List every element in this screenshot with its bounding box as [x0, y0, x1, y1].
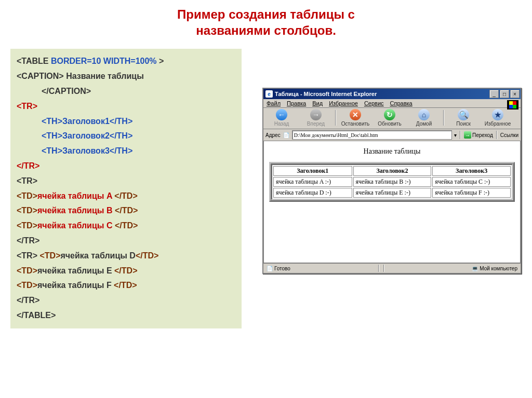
code-line: <TR>: [17, 99, 235, 114]
table-cell: ячейка таблицы A :-): [273, 177, 352, 187]
code-line: <TH>Заголовок2</TH>: [42, 129, 235, 144]
code-line: <TR>: [17, 174, 235, 189]
address-bar: Адрес 📄 ▾ → Переход Ссылки: [263, 129, 521, 141]
code-line: <TD>ячейка таблицы A </TD>: [17, 189, 235, 204]
close-button[interactable]: ×: [510, 90, 520, 98]
code-line: <TD>ячейка таблицы F </TD>: [17, 278, 235, 293]
code-line: <TH>Заголовок1</TH>: [42, 114, 235, 129]
search-icon: 🔍: [458, 109, 469, 120]
code-line: </CAPTION>: [42, 84, 235, 99]
table-row: ячейка таблицы D :-) ячейка таблицы E :-…: [273, 188, 511, 198]
arrow-left-icon: ←: [276, 109, 287, 120]
code-line: </TR>: [17, 234, 235, 249]
menu-help[interactable]: Справка: [390, 100, 413, 106]
slide-title: Пример создания таблицы с названиями сто…: [0, 0, 532, 49]
dropdown-icon[interactable]: ▾: [454, 132, 457, 138]
table-row: Заголовок1 Заголовок2 Заголовок3: [273, 166, 511, 176]
address-input[interactable]: [292, 130, 452, 140]
code-line: <TD>ячейка таблицы B </TD>: [17, 203, 235, 218]
window-title: Таблица - Microsoft Internet Explorer: [275, 91, 489, 97]
code-line: <TR> <TD>ячейка таблицы D</TD>: [17, 249, 235, 264]
table-cell: ячейка таблицы C :-): [432, 177, 511, 187]
browser-viewport: Название таблицы Заголовок1 Заголовок2 З…: [263, 141, 521, 263]
ie-logo-icon: e: [265, 90, 273, 98]
stop-icon: ✕: [350, 109, 361, 120]
go-icon: →: [464, 131, 471, 139]
demo-table: Заголовок1 Заголовок2 Заголовок3 ячейка …: [269, 162, 515, 202]
status-ready: Готово: [274, 266, 290, 271]
document-icon: 📄: [283, 131, 290, 139]
links-label[interactable]: Ссылки: [500, 132, 518, 138]
menu-tools[interactable]: Сервис: [364, 100, 384, 106]
minimize-button[interactable]: _: [489, 90, 499, 98]
table-caption: Название таблицы: [269, 147, 515, 156]
code-line: </TR>: [17, 159, 235, 174]
menu-favorites[interactable]: Избранное: [329, 100, 358, 106]
computer-icon: 💻: [472, 265, 478, 271]
table-header: Заголовок2: [353, 166, 432, 176]
code-line: <TD>ячейка таблицы E </TD>: [17, 264, 235, 279]
back-button[interactable]: ← Назад: [265, 109, 298, 127]
title-line1: Пример создания таблицы с: [177, 7, 355, 21]
menu-edit[interactable]: Правка: [287, 100, 306, 106]
code-line: <TH>Заголовок3</TH>: [42, 144, 235, 159]
table-cell: ячейка таблицы D :-): [273, 188, 352, 198]
status-zone: Мой компьютер: [480, 266, 517, 271]
forward-button[interactable]: → Вперед: [300, 109, 332, 127]
refresh-button[interactable]: ↻ Обновить: [374, 109, 406, 127]
table-cell: ячейка таблицы F :-): [432, 188, 511, 198]
maximize-button[interactable]: □: [500, 90, 509, 98]
menu-view[interactable]: Вид: [312, 100, 323, 106]
search-button[interactable]: 🔍 Поиск: [447, 109, 480, 127]
table-cell: ячейка таблицы B :-): [353, 177, 432, 187]
title-line2: названиями столбцов.: [196, 23, 336, 37]
status-separator: [383, 265, 384, 272]
code-line: </TR>: [17, 293, 235, 308]
addr-separator: [496, 131, 497, 139]
status-bar: 📄 Готово 💻 Мой компьютер: [263, 263, 521, 273]
menubar: Файл Правка Вид Избранное Сервис Справка: [263, 99, 521, 108]
table-header: Заголовок3: [432, 166, 511, 176]
toolbar-separator: [335, 110, 336, 126]
go-button[interactable]: → Переход: [464, 131, 493, 139]
code-line: <TABLE BORDER=10 WIDTH=100% >: [17, 54, 235, 69]
toolbar-separator: [443, 110, 444, 126]
home-icon: ⌂: [418, 109, 430, 120]
star-icon: ★: [492, 109, 503, 120]
address-label: Адрес: [265, 132, 281, 138]
favorites-button[interactable]: ★ Избранное: [482, 109, 514, 127]
code-block: <TABLE BORDER=10 WIDTH=100% > <CAPTION> …: [10, 49, 242, 328]
table-cell: ячейка таблицы E :-): [353, 188, 432, 198]
stop-button[interactable]: ✕ Остановить: [339, 109, 371, 127]
ie-window: e Таблица - Microsoft Internet Explorer …: [262, 88, 522, 274]
status-separator: [378, 265, 379, 272]
table-row: ячейка таблицы A :-) ячейка таблицы B :-…: [273, 177, 511, 187]
table-header: Заголовок1: [273, 166, 352, 176]
home-button[interactable]: ⌂ Домой: [408, 109, 440, 127]
code-line: <CAPTION> Название таблицы: [17, 69, 235, 84]
windows-logo-icon: [507, 100, 518, 109]
addr-separator: [460, 131, 461, 139]
menu-file[interactable]: Файл: [267, 100, 281, 106]
code-line: </TABLE>: [17, 308, 235, 323]
toolbar: ← Назад → Вперед ✕ Остановить ↻ Обновить: [263, 108, 521, 129]
refresh-icon: ↻: [384, 109, 395, 120]
ready-icon: 📄: [267, 265, 273, 271]
arrow-right-icon: →: [310, 109, 322, 120]
window-titlebar[interactable]: e Таблица - Microsoft Internet Explorer …: [263, 89, 521, 99]
code-line: <TD>ячейка таблицы C </TD>: [17, 218, 235, 234]
